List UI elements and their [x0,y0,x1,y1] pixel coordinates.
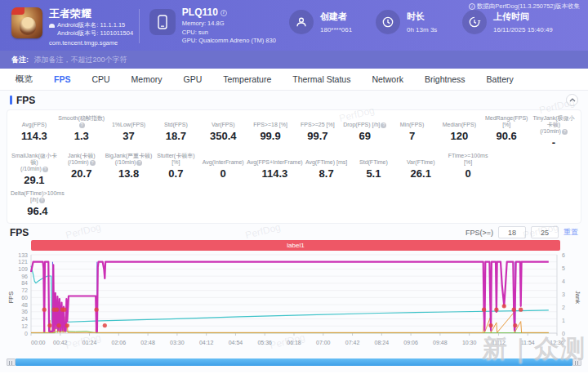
stat-cell: Jank(卡顿)(/10min)20.7 [58,153,105,186]
section-accent [10,96,12,105]
stat-value: 90.6 [483,130,530,142]
header-banner: i 数据由PerfDog(11.3.250752)版本收集 王者荣耀 Andro… [0,0,588,51]
jank-markers [502,304,506,308]
fps-axis-tick: 36 [21,309,28,314]
tab-FPS[interactable]: FPS [43,74,81,84]
stat-cell: Avg(FPS+InterFrame)114.3 [247,153,303,186]
device-cpu: CPU: sun [182,29,276,38]
tab-CPU[interactable]: CPU [81,74,120,84]
stat-label: SmallJank(微小卡顿)(/10min) [11,153,58,172]
fps-axis-tick: 133 [18,252,28,258]
stat-label: FPS>=18 [%] [247,115,294,128]
stat-value: 0 [199,167,247,180]
tab-Memory[interactable]: Memory [121,74,173,84]
chart-title: FPS [10,227,29,238]
time-axis-tick: 05:36 [257,340,272,345]
stat-label: Delta(FTime)>100ms [/h] [11,190,65,203]
stat-cell: Avg(FPS)114.3 [11,115,58,149]
duration-label: 时长 [407,11,437,23]
jank-markers [482,308,486,312]
section-title: FPS [16,95,566,106]
jank-markers [103,323,107,327]
stat-value: 99.9 [247,130,294,142]
time-axis-tick: 07:42 [345,340,360,345]
stat-label: BigJank(严重卡顿)(/10min) [105,153,153,166]
fps-chart-svg[interactable]: 133121109968472604836241206543210FPSJank… [7,252,581,354]
tab-Network[interactable]: Network [361,74,414,84]
tab-Brightness[interactable]: Brightness [414,74,476,84]
info-icon: i [469,3,475,10]
jank-markers [42,308,47,312]
device-gpu: GPU: Qualcomm Adreno (TM) 830 [182,37,276,46]
time-axis-tick: 09:48 [433,340,448,345]
jank-markers [494,308,498,312]
stat-label: Median(FPS) [435,115,483,128]
stat-info-icon[interactable] [90,160,96,166]
section-header: FPS [0,91,588,109]
tab-Temperature[interactable]: Temperature [212,74,282,84]
stat-label: TinyJank(极微小卡顿)(/10min) [530,115,577,135]
time-axis-tick: 03:30 [170,340,185,345]
time-axis-tick: 00:42 [53,340,68,345]
fps-stats-card: Avg(FPS)114.3Smooth(稳帧指数)1.31%Low(FPS)37… [7,109,581,224]
jank-markers [488,323,492,327]
stat-info-icon[interactable] [136,160,142,166]
scrollbar-left-handle[interactable] [7,358,16,366]
creator-label: 创建者 [320,11,352,23]
app-icon [11,7,42,38]
fps-axis-title: FPS [7,292,15,304]
stat-info-icon[interactable] [562,129,568,135]
tab-bar: 概览FPSCPUMemoryGPUTemperatureThermal Stat… [0,69,588,91]
stat-info-icon[interactable] [381,122,386,128]
creator-value: 180****061 [320,26,352,33]
tab-GPU[interactable]: GPU [173,74,213,84]
stat-label: Avg(FTime) [ms] [303,153,350,166]
time-axis-tick: 01:24 [82,340,97,345]
remark-label: 备注: [11,56,29,64]
fps-threshold2-input[interactable] [531,226,559,238]
jank-markers [513,323,517,327]
stat-info-icon[interactable] [42,167,48,172]
stat-value: 69 [341,130,389,142]
time-axis-tick: 06:18 [287,340,301,345]
time-axis-tick: 11:54 [521,340,535,345]
time-axis-tick: 07:00 [316,340,331,345]
remark-placeholder: 添加备注，不超过200个字符 [34,56,127,64]
stat-label: Avg(FPS) [11,115,58,128]
scrollbar-track[interactable] [16,358,572,366]
stat-cell: Delta(FTime)>100ms [/h]96.4 [11,190,65,217]
stat-cell: Median(FPS)120 [435,115,483,149]
fps-axis-tick: 60 [21,295,28,301]
stat-value: 8.7 [303,167,350,180]
app-title: 王者荣耀 [49,7,133,20]
stat-info-icon[interactable] [39,198,45,203]
fps-threshold1-input[interactable] [498,226,526,238]
tab-概览[interactable]: 概览 [5,73,43,85]
device-info-icon[interactable]: i [220,10,227,16]
scrollbar-right-handle[interactable] [572,358,581,366]
stat-cell: Smooth(稳帧指数)1.3 [58,115,105,149]
remark-row[interactable]: 备注: 添加备注，不超过200个字符 [0,51,588,69]
stat-label: Std(FPS) [152,115,199,128]
stat-cell: BigJank(严重卡顿)(/10min)13.8 [105,153,153,186]
stat-label: Var(FPS) [199,115,247,128]
jank-axis-title: Jank [574,291,581,304]
stat-value: 18.7 [152,130,199,142]
fps-axis-tick: 121 [18,259,28,265]
device-memory: Memory: 14.8G [182,20,276,29]
tab-Thermal Status[interactable]: Thermal Status [282,74,361,84]
time-axis-tick: 11:12 [492,340,506,345]
chevron-up-icon [569,98,576,102]
jank-axis-tick: 5 [562,265,565,271]
time-axis-tick: 04:54 [229,340,243,345]
collapse-section-button[interactable] [566,94,578,106]
fps-axis-tick: 0 [24,331,28,336]
clock-icon [376,10,400,34]
stat-info-icon[interactable] [79,122,85,128]
stat-value: - [530,136,577,149]
time-axis-tick: 10:30 [462,340,477,345]
tab-Battery[interactable]: Battery [476,74,524,84]
fps-axis-tick: 96 [21,274,28,279]
reset-link[interactable]: 重置 [564,227,578,238]
fps-threshold-label: FPS(>=) [466,229,493,237]
